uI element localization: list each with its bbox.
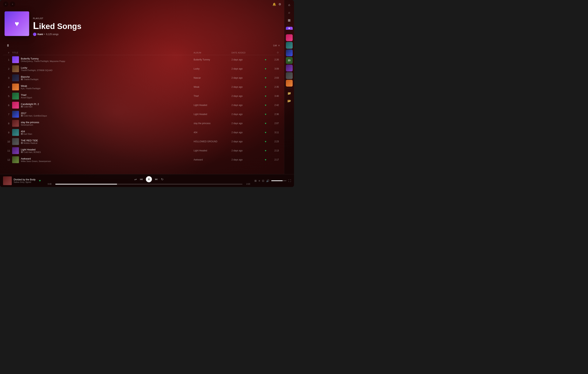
track-row[interactable]: 4 Weak Kyö, ThiefInTheNight Weak 2 days …: [3, 82, 281, 92]
sidebar-playlist-5[interactable]: [286, 64, 293, 71]
volume-fill: [271, 180, 283, 181]
sidebar-liked-songs[interactable]: ♥: [286, 27, 293, 33]
track-liked-icon[interactable]: ♥: [262, 67, 269, 70]
track-row[interactable]: 8 slay the princess Sewerperson slay the…: [3, 119, 281, 128]
track-album: HOLLOWED GROUND: [194, 140, 231, 143]
track-row[interactable]: 9 404 E Earl Stan 404 2 days ago ♥ 3:11: [3, 128, 281, 137]
track-name: Blanche: [21, 75, 38, 78]
track-name: Butterfly Tummy: [21, 57, 65, 60]
prev-button[interactable]: ⏮: [140, 178, 143, 181]
track-artists: ThiefInTheNight, STR808 SQUAD: [21, 69, 52, 71]
track-date-added: 2 days ago: [231, 131, 262, 134]
track-liked-icon[interactable]: ♥: [262, 158, 269, 161]
track-date-added: 2 days ago: [231, 67, 262, 70]
track-thumbnail: [12, 111, 19, 118]
lyrics-icon[interactable]: ⊞: [254, 179, 257, 182]
pause-button[interactable]: ⏸: [5, 42, 11, 49]
track-number: 1: [5, 58, 12, 61]
owner-name[interactable]: Kami: [38, 33, 43, 36]
track-album: Nascar: [194, 76, 231, 79]
track-number: 12: [5, 158, 12, 161]
track-liked-icon[interactable]: ♥: [262, 76, 269, 79]
track-name: THE RED TIDE: [21, 139, 38, 142]
fullscreen-icon[interactable]: ⛶: [288, 179, 291, 182]
volume-bar[interactable]: [271, 180, 286, 181]
repeat-button[interactable]: ↻: [161, 178, 163, 181]
track-artists: Kyö, ThiefInTheNight: [21, 87, 40, 90]
view-toggle[interactable]: List ≡: [273, 44, 280, 47]
playlist-type-label: Playlist: [33, 17, 280, 20]
track-info: Light Headed E Cold Hart, BONES: [12, 147, 194, 154]
track-row[interactable]: 2 Lucky ThiefInTheNight, STR808 SQUAD Lu…: [3, 64, 281, 73]
col-duration-header: ⏱: [269, 52, 279, 54]
track-liked-icon[interactable]: ♥: [262, 113, 269, 116]
sidebar-folder-1-icon[interactable]: 📁: [286, 90, 293, 97]
track-thumb-color: [12, 111, 19, 118]
track-row[interactable]: 12 Awkward Willie Sees Green, Sewerperso…: [3, 155, 281, 164]
track-thumb-color: [12, 147, 19, 154]
shuffle-button[interactable]: ⇌: [134, 178, 137, 181]
track-number: 3: [5, 76, 12, 79]
track-thumbnail: [12, 75, 19, 81]
track-info: Awkward Willie Sees Green, Sewerperson: [12, 156, 194, 163]
track-liked-icon[interactable]: ♥: [262, 149, 269, 152]
track-liked-icon[interactable]: ♥: [262, 58, 269, 61]
play-pause-button[interactable]: ⏸: [146, 176, 152, 182]
np-right-controls: ⊞ ≡ ⊡ 🔊 ⛶: [253, 179, 291, 182]
track-liked-icon[interactable]: ♥: [262, 104, 269, 107]
track-liked-icon[interactable]: ♥: [262, 122, 269, 125]
np-artist: Saliva Grey, 9gzed: [14, 181, 36, 183]
sidebar-playlist-6[interactable]: [286, 72, 293, 79]
notification-icon[interactable]: 🔔: [273, 2, 276, 6]
volume-icon[interactable]: 🔊: [266, 179, 269, 182]
track-info: 2017 E Cold Hart, GothBoiClique: [12, 111, 194, 118]
sidebar-playlist-3[interactable]: [286, 49, 293, 56]
next-button[interactable]: ⏭: [155, 178, 158, 181]
track-row[interactable]: 11 Light Headed E Cold Hart, BONES Light…: [3, 146, 281, 155]
track-row[interactable]: 3 Blanche E ThiefInTheNight Nascar 2 day…: [3, 73, 281, 82]
track-artists: E Cold Hart, GothBoiClique: [21, 115, 47, 117]
sidebar-home-icon[interactable]: ⌂: [286, 1, 293, 8]
sidebar-playlist-4[interactable]: 23: [286, 57, 293, 64]
track-duration: 2:26: [269, 58, 279, 61]
np-title: Divided by the Body: [14, 178, 36, 181]
np-liked-icon[interactable]: ♥: [39, 179, 41, 182]
queue-icon[interactable]: ≡: [259, 179, 260, 182]
track-liked-icon[interactable]: ♥: [262, 95, 269, 97]
track-row[interactable]: 6 Candlelight Pt. 2 E Cold Hart Light He…: [3, 101, 281, 110]
sidebar-search-icon[interactable]: ⌕: [286, 9, 293, 16]
sidebar-playlist-7[interactable]: [286, 80, 293, 86]
track-row[interactable]: 1 Butterfly Tummy OhNoQuincy, ThiefInThe…: [3, 55, 281, 64]
sidebar-playlist-1[interactable]: [286, 34, 293, 41]
track-thumb-color: [12, 138, 19, 145]
explicit-badge: E: [21, 151, 23, 153]
sidebar-playlist-2[interactable]: [286, 42, 293, 49]
forward-button[interactable]: ›: [10, 1, 15, 7]
track-name: Lucky: [21, 66, 52, 69]
track-duration: 2:35: [269, 86, 279, 88]
track-liked-icon[interactable]: ♥: [262, 85, 269, 88]
devices-icon[interactable]: ⊡: [262, 179, 264, 182]
playlist-meta: Kami • 6,125 songs: [33, 32, 280, 36]
sidebar-folder-2-icon[interactable]: 📂: [286, 97, 293, 104]
track-duration: 2:23: [269, 140, 279, 143]
track-liked-icon[interactable]: ♥: [262, 140, 269, 143]
track-liked-icon[interactable]: ♥: [262, 131, 269, 134]
view-label: List: [273, 44, 277, 47]
track-date-added: 2 days ago: [231, 58, 262, 61]
playlist-info: Playlist Liked Songs Kami • 6,125 songs: [33, 17, 280, 36]
settings-icon[interactable]: ⚙: [278, 2, 281, 6]
app-container: ‹ › 🔔 ⚙ ♥ Playlist Liked Songs: [0, 0, 294, 187]
back-button[interactable]: ‹: [3, 1, 8, 7]
track-row[interactable]: 10 THE RED TIDE E Mobbs Radical HOLLOWED…: [3, 137, 281, 146]
progress-bar[interactable]: [55, 184, 242, 184]
track-row[interactable]: 7 2017 E Cold Hart, GothBoiClique Light …: [3, 110, 281, 119]
explicit-badge: E: [21, 78, 23, 80]
sidebar-library-icon[interactable]: ▦: [286, 17, 293, 23]
track-name: Weak: [21, 85, 40, 87]
track-details: slay the princess Sewerperson: [21, 121, 39, 126]
track-details: Butterfly Tummy OhNoQuincy, ThiefInTheNi…: [21, 57, 65, 62]
track-row[interactable]: 5 Thief Ansel Elgort Thief 2 days ago ♥ …: [3, 92, 281, 101]
track-thumbnail: [12, 102, 19, 108]
track-info: Butterfly Tummy OhNoQuincy, ThiefInTheNi…: [12, 56, 194, 63]
